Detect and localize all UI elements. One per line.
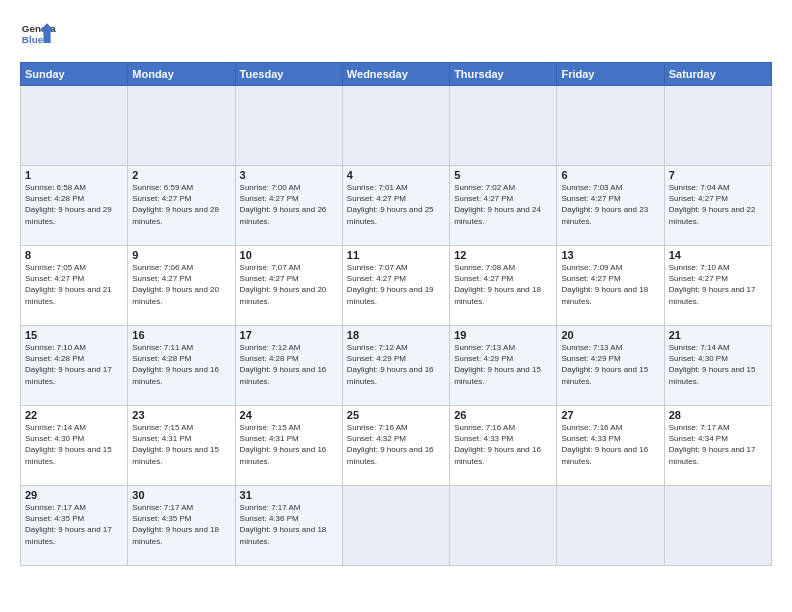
day-number: 15: [25, 329, 123, 341]
calendar-cell: 11Sunrise: 7:07 AMSunset: 4:27 PMDayligh…: [342, 246, 449, 326]
calendar-cell: 29Sunrise: 7:17 AMSunset: 4:35 PMDayligh…: [21, 486, 128, 566]
cell-details: Sunrise: 7:10 AMSunset: 4:27 PMDaylight:…: [669, 262, 767, 307]
day-number: 13: [561, 249, 659, 261]
calendar-cell: 17Sunrise: 7:12 AMSunset: 4:28 PMDayligh…: [235, 326, 342, 406]
day-number: 22: [25, 409, 123, 421]
calendar-cell: 24Sunrise: 7:15 AMSunset: 4:31 PMDayligh…: [235, 406, 342, 486]
cell-details: Sunrise: 6:58 AMSunset: 4:28 PMDaylight:…: [25, 182, 123, 227]
day-number: 8: [25, 249, 123, 261]
cell-details: Sunrise: 7:04 AMSunset: 4:27 PMDaylight:…: [669, 182, 767, 227]
cell-details: Sunrise: 7:02 AMSunset: 4:27 PMDaylight:…: [454, 182, 552, 227]
calendar-week-row: [21, 86, 772, 166]
calendar-week-row: 1Sunrise: 6:58 AMSunset: 4:28 PMDaylight…: [21, 166, 772, 246]
calendar-cell: 4Sunrise: 7:01 AMSunset: 4:27 PMDaylight…: [342, 166, 449, 246]
day-number: 18: [347, 329, 445, 341]
calendar-cell: 21Sunrise: 7:14 AMSunset: 4:30 PMDayligh…: [664, 326, 771, 406]
cell-details: Sunrise: 7:08 AMSunset: 4:27 PMDaylight:…: [454, 262, 552, 307]
calendar-day-header: Sunday: [21, 63, 128, 86]
calendar-day-header: Friday: [557, 63, 664, 86]
calendar-cell: [128, 86, 235, 166]
cell-details: Sunrise: 7:12 AMSunset: 4:29 PMDaylight:…: [347, 342, 445, 387]
cell-details: Sunrise: 7:10 AMSunset: 4:28 PMDaylight:…: [25, 342, 123, 387]
calendar-cell: 26Sunrise: 7:16 AMSunset: 4:33 PMDayligh…: [450, 406, 557, 486]
calendar-cell: [450, 486, 557, 566]
cell-details: Sunrise: 6:59 AMSunset: 4:27 PMDaylight:…: [132, 182, 230, 227]
cell-details: Sunrise: 7:07 AMSunset: 4:27 PMDaylight:…: [347, 262, 445, 307]
calendar-cell: 16Sunrise: 7:11 AMSunset: 4:28 PMDayligh…: [128, 326, 235, 406]
logo-icon: General Blue: [20, 16, 56, 52]
day-number: 14: [669, 249, 767, 261]
calendar-cell: [21, 86, 128, 166]
calendar-cell: 7Sunrise: 7:04 AMSunset: 4:27 PMDaylight…: [664, 166, 771, 246]
cell-details: Sunrise: 7:14 AMSunset: 4:30 PMDaylight:…: [25, 422, 123, 467]
calendar-cell: [235, 86, 342, 166]
day-number: 4: [347, 169, 445, 181]
day-number: 31: [240, 489, 338, 501]
day-number: 17: [240, 329, 338, 341]
day-number: 6: [561, 169, 659, 181]
calendar-cell: 18Sunrise: 7:12 AMSunset: 4:29 PMDayligh…: [342, 326, 449, 406]
cell-details: Sunrise: 7:17 AMSunset: 4:35 PMDaylight:…: [132, 502, 230, 547]
svg-text:Blue: Blue: [22, 34, 44, 45]
calendar-cell: [557, 486, 664, 566]
day-number: 25: [347, 409, 445, 421]
calendar-day-header: Tuesday: [235, 63, 342, 86]
cell-details: Sunrise: 7:17 AMSunset: 4:35 PMDaylight:…: [25, 502, 123, 547]
calendar-cell: [557, 86, 664, 166]
calendar-week-row: 22Sunrise: 7:14 AMSunset: 4:30 PMDayligh…: [21, 406, 772, 486]
header: General Blue: [20, 16, 772, 52]
cell-details: Sunrise: 7:05 AMSunset: 4:27 PMDaylight:…: [25, 262, 123, 307]
cell-details: Sunrise: 7:01 AMSunset: 4:27 PMDaylight:…: [347, 182, 445, 227]
calendar-body: 1Sunrise: 6:58 AMSunset: 4:28 PMDaylight…: [21, 86, 772, 566]
calendar-cell: 25Sunrise: 7:16 AMSunset: 4:32 PMDayligh…: [342, 406, 449, 486]
cell-details: Sunrise: 7:16 AMSunset: 4:33 PMDaylight:…: [561, 422, 659, 467]
cell-details: Sunrise: 7:07 AMSunset: 4:27 PMDaylight:…: [240, 262, 338, 307]
calendar-cell: 9Sunrise: 7:06 AMSunset: 4:27 PMDaylight…: [128, 246, 235, 326]
calendar-cell: 2Sunrise: 6:59 AMSunset: 4:27 PMDaylight…: [128, 166, 235, 246]
day-number: 21: [669, 329, 767, 341]
calendar-day-header: Wednesday: [342, 63, 449, 86]
cell-details: Sunrise: 7:17 AMSunset: 4:36 PMDaylight:…: [240, 502, 338, 547]
calendar-cell: [342, 486, 449, 566]
day-number: 27: [561, 409, 659, 421]
calendar-cell: 6Sunrise: 7:03 AMSunset: 4:27 PMDaylight…: [557, 166, 664, 246]
day-number: 11: [347, 249, 445, 261]
calendar-cell: 13Sunrise: 7:09 AMSunset: 4:27 PMDayligh…: [557, 246, 664, 326]
cell-details: Sunrise: 7:15 AMSunset: 4:31 PMDaylight:…: [240, 422, 338, 467]
calendar-cell: 12Sunrise: 7:08 AMSunset: 4:27 PMDayligh…: [450, 246, 557, 326]
calendar-cell: 23Sunrise: 7:15 AMSunset: 4:31 PMDayligh…: [128, 406, 235, 486]
calendar-cell: 28Sunrise: 7:17 AMSunset: 4:34 PMDayligh…: [664, 406, 771, 486]
cell-details: Sunrise: 7:00 AMSunset: 4:27 PMDaylight:…: [240, 182, 338, 227]
cell-details: Sunrise: 7:12 AMSunset: 4:28 PMDaylight:…: [240, 342, 338, 387]
day-number: 9: [132, 249, 230, 261]
cell-details: Sunrise: 7:11 AMSunset: 4:28 PMDaylight:…: [132, 342, 230, 387]
cell-details: Sunrise: 7:06 AMSunset: 4:27 PMDaylight:…: [132, 262, 230, 307]
calendar-cell: 1Sunrise: 6:58 AMSunset: 4:28 PMDaylight…: [21, 166, 128, 246]
day-number: 2: [132, 169, 230, 181]
day-number: 10: [240, 249, 338, 261]
day-number: 29: [25, 489, 123, 501]
cell-details: Sunrise: 7:03 AMSunset: 4:27 PMDaylight:…: [561, 182, 659, 227]
calendar-cell: 14Sunrise: 7:10 AMSunset: 4:27 PMDayligh…: [664, 246, 771, 326]
day-number: 23: [132, 409, 230, 421]
calendar-cell: 22Sunrise: 7:14 AMSunset: 4:30 PMDayligh…: [21, 406, 128, 486]
logo: General Blue: [20, 16, 56, 52]
calendar-cell: [450, 86, 557, 166]
calendar-cell: 8Sunrise: 7:05 AMSunset: 4:27 PMDaylight…: [21, 246, 128, 326]
calendar-day-header: Thursday: [450, 63, 557, 86]
calendar-cell: 30Sunrise: 7:17 AMSunset: 4:35 PMDayligh…: [128, 486, 235, 566]
cell-details: Sunrise: 7:16 AMSunset: 4:33 PMDaylight:…: [454, 422, 552, 467]
calendar-cell: [664, 486, 771, 566]
calendar-cell: 5Sunrise: 7:02 AMSunset: 4:27 PMDaylight…: [450, 166, 557, 246]
calendar-cell: [342, 86, 449, 166]
cell-details: Sunrise: 7:13 AMSunset: 4:29 PMDaylight:…: [561, 342, 659, 387]
day-number: 26: [454, 409, 552, 421]
calendar-week-row: 15Sunrise: 7:10 AMSunset: 4:28 PMDayligh…: [21, 326, 772, 406]
cell-details: Sunrise: 7:17 AMSunset: 4:34 PMDaylight:…: [669, 422, 767, 467]
calendar-cell: 3Sunrise: 7:00 AMSunset: 4:27 PMDaylight…: [235, 166, 342, 246]
cell-details: Sunrise: 7:13 AMSunset: 4:29 PMDaylight:…: [454, 342, 552, 387]
day-number: 20: [561, 329, 659, 341]
calendar-cell: 31Sunrise: 7:17 AMSunset: 4:36 PMDayligh…: [235, 486, 342, 566]
calendar-table: SundayMondayTuesdayWednesdayThursdayFrid…: [20, 62, 772, 566]
day-number: 24: [240, 409, 338, 421]
